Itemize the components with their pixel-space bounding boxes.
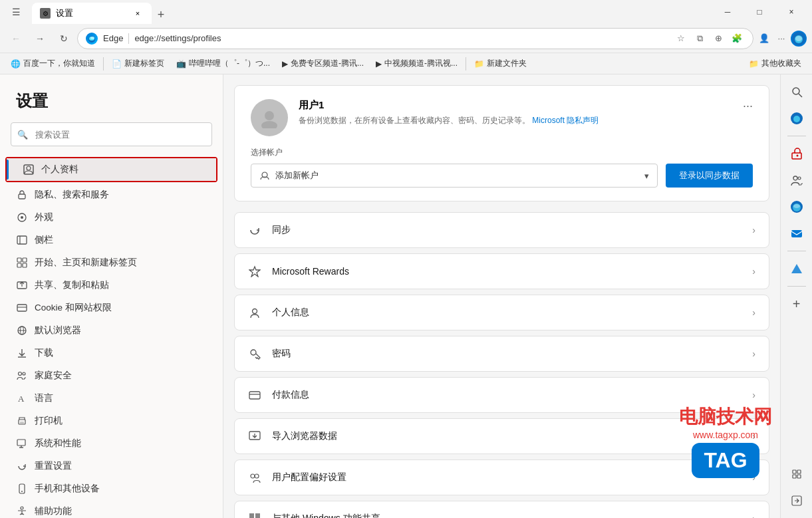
password-arrow: ›: [752, 348, 755, 359]
profile-card: 用户1 备份浏览数据，在所有设备上查看收藏内容、密码、历史记录等。 Micros…: [234, 85, 769, 201]
svg-point-43: [251, 474, 255, 478]
window-close-btn[interactable]: ×: [776, 0, 807, 24]
sidebar-copilot-icon[interactable]: [785, 106, 809, 130]
sidebar-item-privacy-label: 隐私、搜索和服务: [35, 189, 109, 201]
sidebar-add-icon[interactable]: +: [785, 292, 809, 316]
sidebar-item-cookies[interactable]: Cookie 和网站权限: [0, 297, 223, 319]
svg-line-50: [799, 94, 802, 97]
sidebar-item-default-browser[interactable]: 默认浏览器: [0, 319, 223, 342]
profile-top: 用户1 备份浏览数据，在所有设备上查看收藏内容、密码、历史记录等。 Micros…: [251, 99, 753, 136]
settings-item-import[interactable]: 导入浏览器数据 ›: [234, 418, 769, 454]
svg-text:A: A: [18, 394, 25, 404]
sidebar-item-downloads-label: 下载: [35, 347, 53, 359]
bookmark-bilibili[interactable]: 📺 哔哩哔哩（゜-゜）つ...: [171, 57, 275, 70]
sidebar-item-start[interactable]: 开始、主页和新建标签页: [0, 251, 223, 274]
back-btn[interactable]: ←: [5, 28, 27, 49]
account-section: 选择帐户 添加新帐户 ▾ 登录以同步数据: [251, 147, 753, 188]
sync-button[interactable]: 登录以同步数据: [666, 164, 753, 188]
bookmark-folder[interactable]: 📁 新建文件夹: [469, 57, 532, 70]
sidebar-item-sidebar[interactable]: 侧栏: [0, 229, 223, 251]
extensions-icon[interactable]: 🧩: [729, 31, 745, 47]
settings-item-windows[interactable]: 与其他 Windows 功能共享 ›: [234, 501, 769, 518]
account-select[interactable]: 添加新帐户 ▾: [251, 164, 658, 188]
sidebar-users-icon[interactable]: [785, 168, 809, 192]
payment-label: 付款信息: [272, 389, 742, 401]
password-label: 密码: [272, 348, 742, 360]
svg-point-7: [27, 166, 31, 170]
user-avatar: [251, 99, 288, 136]
svg-point-33: [21, 491, 23, 492]
maximize-btn[interactable]: □: [744, 0, 775, 24]
svg-rect-15: [17, 263, 21, 267]
sidebar-mail-icon[interactable]: [785, 257, 809, 281]
split-screen-icon[interactable]: ⧉: [692, 31, 708, 47]
bookmark-baidu[interactable]: 🌐 百度一下，你就知道: [5, 57, 100, 70]
sidebar-item-phone[interactable]: 手机和其他设备: [0, 477, 223, 500]
tab-close-btn[interactable]: ×: [132, 7, 144, 19]
sidebar-item-profile[interactable]: 个人资料: [7, 158, 216, 181]
privacy-link[interactable]: Microsoft 隐私声明: [532, 116, 599, 125]
sidebar-item-system[interactable]: 系统和性能: [0, 432, 223, 455]
sidebar-item-appearance[interactable]: 外观: [0, 206, 223, 229]
sidebar-item-language[interactable]: A 语言: [0, 387, 223, 410]
svg-rect-28: [20, 422, 24, 424]
bookmark-newtab-icon: 📄: [112, 59, 122, 68]
more-btn[interactable]: ···: [773, 31, 789, 47]
sidebar-item-family[interactable]: 家庭安全: [0, 364, 223, 387]
svg-rect-63: [793, 475, 796, 478]
sidebar-toolkit-icon[interactable]: [785, 142, 809, 166]
sidebar-item-accessibility[interactable]: 辅助功能: [0, 500, 223, 518]
downloads-nav-icon: [16, 347, 28, 359]
collections-icon[interactable]: ⊕: [710, 31, 726, 47]
refresh-btn[interactable]: ↻: [53, 28, 74, 49]
settings-item-personal-info[interactable]: 个人信息 ›: [234, 295, 769, 330]
bookmark-tencent1[interactable]: ▶ 免费专区频道-腾讯...: [277, 57, 369, 70]
settings-item-rewards[interactable]: Microsoft Rewards ›: [234, 253, 769, 289]
sidebar-toggle-btn[interactable]: ☰: [5, 1, 27, 23]
bookmark-newtab[interactable]: 📄 新建标签页: [106, 57, 170, 70]
settings-item-sync[interactable]: 同步 ›: [234, 212, 769, 248]
sidebar-item-reset[interactable]: 重置设置: [0, 455, 223, 477]
bookmark-newtab-label: 新建标签页: [124, 58, 164, 69]
favorites-icon[interactable]: ☆: [673, 31, 689, 47]
new-tab-btn[interactable]: +: [152, 5, 170, 24]
minimize-btn[interactable]: ─: [712, 0, 743, 24]
address-bar[interactable]: Edge edge://settings/profiles ☆ ⧉ ⊕ 🧩: [77, 28, 753, 49]
sidebar-item-share-label: 共享、复制和粘贴: [35, 279, 109, 291]
profile-btn[interactable]: 👤: [756, 31, 772, 47]
windows-arrow: ›: [752, 513, 755, 518]
user-prefs-label: 用户配置偏好设置: [272, 471, 742, 483]
active-tab[interactable]: ⚙ 设置 ×: [32, 3, 152, 24]
sidebar-item-privacy[interactable]: 隐私、搜索和服务: [0, 184, 223, 206]
appearance-nav-icon: [16, 211, 28, 223]
profile-more-btn[interactable]: ···: [743, 99, 753, 113]
phone-nav-icon: [16, 483, 28, 495]
settings-item-user-prefs[interactable]: 用户配置偏好设置 ›: [234, 459, 769, 495]
sidebar-settings-icon[interactable]: [785, 462, 809, 486]
share-nav-icon: [16, 279, 28, 291]
personal-info-icon: [248, 306, 261, 319]
search-input[interactable]: [11, 122, 212, 146]
sidebar-item-share[interactable]: 共享、复制和粘贴: [0, 274, 223, 297]
sidebar-search-icon[interactable]: [785, 80, 809, 104]
sidebar-sep2: [787, 251, 806, 251]
bookmark-other-icon: 📁: [749, 59, 759, 68]
sidebar-outlook-icon[interactable]: [785, 221, 809, 245]
bookmark-tencent2[interactable]: ▶ 中视频频道-腾讯视...: [370, 57, 463, 70]
account-row: 添加新帐户 ▾ 登录以同步数据: [251, 164, 753, 188]
rewards-arrow: ›: [752, 266, 755, 277]
sidebar-edge-icon[interactable]: [785, 195, 809, 219]
search-icon: 🔍: [17, 130, 28, 140]
sidebar-item-system-label: 系统和性能: [35, 438, 81, 450]
sidebar-item-downloads[interactable]: 下载: [0, 342, 223, 364]
settings-item-password[interactable]: 密码 ›: [234, 336, 769, 372]
bookmark-tencent2-icon: ▶: [376, 59, 382, 68]
settings-item-payment[interactable]: 付款信息 ›: [234, 377, 769, 413]
sidebar-item-printer[interactable]: 打印机: [0, 410, 223, 432]
sidebar-export-icon[interactable]: [785, 489, 809, 513]
bookmark-other[interactable]: 📁 其他收藏夹: [744, 57, 807, 70]
privacy-nav-icon: [16, 189, 28, 201]
edge-copilot-btn[interactable]: [791, 31, 807, 47]
forward-btn[interactable]: →: [29, 28, 51, 49]
svg-rect-45: [249, 513, 254, 518]
